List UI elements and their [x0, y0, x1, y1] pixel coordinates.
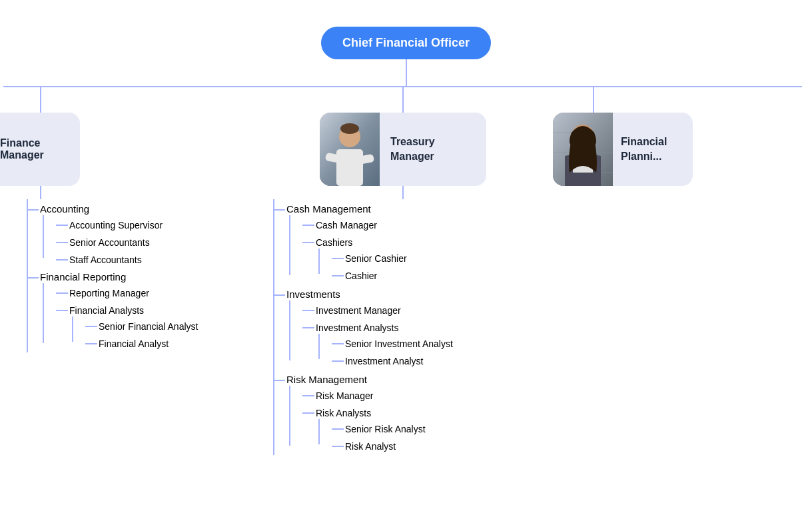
cash-mgmt-section: Cash Management Cash Manager: [273, 199, 553, 284]
reporting-manager-row: Reporting Manager: [56, 283, 253, 300]
accounting-label: Accounting: [40, 203, 89, 215]
top-level: Chief Financial Officer: [321, 13, 491, 59]
cfo-label: Chief Financial Officer: [342, 36, 470, 49]
left-column: Finance Manager: [0, 86, 253, 352]
cfo-node: Chief Financial Officer: [321, 27, 491, 59]
investment-analysts: Investment Analysts: [316, 322, 399, 333]
org-chart: Chief Financial Officer Finance Manager: [0, 0, 812, 525]
investment-manager: Investment Manager: [316, 305, 401, 316]
finance-tree: Accounting Accounting Supervisor: [0, 199, 253, 352]
accounting-row: Accounting Accounting Supervisor: [7, 199, 253, 267]
managers-row: Finance Manager: [0, 86, 812, 455]
fp-manager-card[interactable]: Financial Planni...: [553, 113, 693, 186]
finance-manager-card[interactable]: Finance Manager: [0, 113, 80, 186]
financial-analyst-row: Financial Analyst: [85, 334, 253, 351]
cfo-connector: [406, 59, 407, 86]
mid-column: Treasury Manager Cash Management: [253, 86, 553, 455]
investment-analyst: Investment Analyst: [345, 356, 424, 366]
mid-vline: [402, 86, 404, 113]
cashier: Cashier: [345, 270, 377, 281]
senior-risk-analyst: Senior Risk Analyst: [345, 424, 426, 434]
cashiers: Cashiers: [316, 237, 352, 248]
right-vline: [593, 86, 594, 113]
finance-manager-title: Finance Manager: [0, 137, 67, 161]
financial-analysts-row: Financial Analysts Senior Financial Ana: [56, 300, 253, 352]
treasury-tree: Cash Management Cash Manager: [253, 199, 553, 455]
svg-rect-1: [336, 149, 363, 186]
risk-analysts-row: Risk Analysts Senior Risk Analyst: [302, 403, 553, 455]
managers-area: Finance Manager: [0, 86, 812, 455]
senior-financial-analyst: Senior Financial Analyst: [99, 321, 198, 332]
risk-mgmt-label: Risk Management: [286, 374, 367, 385]
left-vline: [40, 86, 41, 113]
right-column: Financial Planni...: [553, 86, 812, 186]
accounting-supervisor: Accounting Supervisor: [69, 220, 163, 231]
senior-financial-analyst-row: Senior Financial Analyst: [85, 316, 253, 334]
fp-photo: [553, 113, 613, 186]
financial-analysts: Financial Analysts: [69, 305, 144, 316]
cash-mgmt-label: Cash Management: [286, 203, 371, 215]
staff-accountants: Staff Accountants: [69, 255, 142, 265]
left-vtree-line: [40, 186, 41, 199]
investment-analysts-row: Investment Analysts Senior Investment An…: [302, 318, 553, 370]
mid-vtree-line: [402, 186, 404, 199]
financial-reporting-label: Financial Reporting: [40, 271, 126, 282]
cashiers-row: Cashiers Senior Cashier: [302, 233, 553, 284]
treasury-photo: [320, 113, 380, 186]
accounting-section: Accounting Accounting Supervisor: [7, 199, 253, 352]
risk-analysts: Risk Analysts: [316, 408, 371, 418]
cash-manager: Cash Manager: [316, 220, 377, 231]
investments-label: Investments: [286, 288, 340, 300]
staff-accountants-row: Staff Accountants: [56, 250, 253, 267]
financial-reporting-row: Financial Reporting Reporting Manager: [7, 267, 253, 352]
h-bar: [3, 86, 802, 87]
risk-manager: Risk Manager: [316, 390, 373, 401]
treasury-manager-title: Treasury Manager: [380, 135, 486, 165]
investments-section: Investments Investment Manager: [273, 284, 553, 370]
accounting-supervisor-row: Accounting Supervisor: [56, 215, 253, 233]
financial-analyst: Financial Analyst: [99, 338, 169, 349]
fp-manager-title: Financial Planni...: [613, 135, 693, 165]
reporting-manager: Reporting Manager: [69, 288, 149, 298]
senior-cashier: Senior Cashier: [345, 253, 407, 264]
risk-mgmt-section: Risk Management Risk Manager: [273, 370, 553, 455]
female-silhouette: [553, 113, 613, 186]
male-silhouette: [320, 113, 380, 186]
senior-accountants: Senior Accountants: [69, 237, 150, 248]
treasury-manager-card[interactable]: Treasury Manager: [320, 113, 486, 186]
risk-analyst: Risk Analyst: [345, 441, 396, 452]
svg-point-3: [340, 123, 359, 134]
senior-investment-analyst: Senior Investment Analyst: [345, 338, 453, 349]
senior-accountants-row: Senior Accountants: [56, 233, 253, 250]
